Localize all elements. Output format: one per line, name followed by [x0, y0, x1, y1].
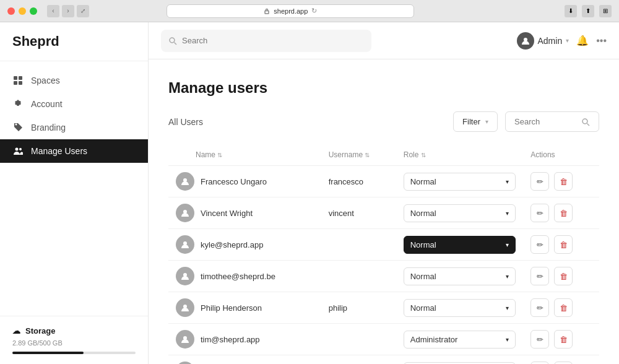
chevron-down-icon: ▾	[506, 273, 509, 280]
delete-button[interactable]: 🗑	[554, 362, 573, 364]
table-search-input[interactable]	[514, 117, 576, 126]
delete-button[interactable]: 🗑	[554, 172, 573, 191]
role-label: Normal	[410, 209, 436, 218]
minimize-button[interactable]	[19, 7, 26, 15]
user-name-cell: tim@sheprd.app	[168, 324, 321, 355]
back-button[interactable]: ‹	[47, 5, 59, 17]
sidebar-item-spaces[interactable]: Spaces	[0, 69, 148, 92]
expand-button[interactable]: ⤢	[77, 5, 89, 17]
user-role-cell: Normal ▾	[396, 166, 523, 197]
edit-button[interactable]: ✏	[530, 267, 549, 285]
role-select[interactable]: Administrator ▾	[404, 362, 516, 365]
filter-button[interactable]: Filter ▾	[453, 111, 498, 132]
notification-bell-icon[interactable]: 🔔	[576, 35, 589, 46]
storage-label: Storage	[25, 326, 55, 336]
svg-rect-3	[14, 81, 17, 85]
table-row: timothee@sheprd.be Normal ▾ ✏ 🗑	[168, 261, 599, 292]
role-select[interactable]: Administrator ▾	[404, 331, 516, 349]
user-username-cell: vincent	[321, 197, 396, 229]
svg-rect-2	[19, 76, 22, 80]
more-options-icon[interactable]: •••	[596, 35, 607, 46]
window-icon[interactable]: ⊞	[599, 5, 612, 17]
forward-button[interactable]: ›	[62, 5, 74, 17]
tag-icon	[12, 122, 24, 133]
user-username-cell	[321, 229, 396, 261]
user-role-cell: Normal ▾	[396, 229, 523, 261]
table-row: Philip Henderson philip Normal ▾ ✏ 🗑	[168, 292, 599, 324]
role-select[interactable]: Normal ▾	[404, 267, 516, 285]
storage-section: ☁ Storage 2.89 GB/500 GB	[0, 316, 148, 364]
reload-button[interactable]: ↻	[311, 7, 317, 15]
search-icon	[168, 37, 177, 45]
col-role[interactable]: Role ⇅	[396, 144, 523, 166]
col-username[interactable]: Username ⇅	[321, 144, 396, 166]
user-name: tim@sheprd.app	[201, 335, 260, 344]
user-role-cell: Administrator ▾	[396, 324, 523, 355]
search-input[interactable]	[182, 36, 364, 45]
filter-chevron-icon: ▾	[485, 118, 488, 125]
col-name[interactable]: Name ⇅	[168, 144, 321, 166]
app-header: Admin ▾ 🔔 •••	[149, 22, 619, 59]
sidebar-item-branding[interactable]: Branding	[0, 116, 148, 139]
delete-button[interactable]: 🗑	[554, 235, 573, 254]
maximize-button[interactable]	[30, 7, 37, 15]
sidebar-item-label: Manage Users	[31, 146, 87, 156]
url-bar[interactable]: sheprd.app ↻	[167, 4, 414, 18]
download-icon[interactable]: ⬇	[565, 5, 577, 17]
share-icon[interactable]: ⬆	[582, 5, 594, 17]
delete-button[interactable]: 🗑	[554, 204, 573, 222]
role-select[interactable]: Normal ▾	[404, 299, 516, 317]
table-header-row: Name ⇅ Username ⇅ Role ⇅ Actions	[168, 144, 599, 166]
chevron-down-icon: ▾	[506, 210, 509, 217]
header-search[interactable]	[161, 30, 371, 52]
chevron-down-icon: ▾	[506, 305, 509, 311]
titlebar-right: ⬇ ⬆ ⊞	[565, 5, 612, 17]
sidebar-item-label: Account	[31, 99, 63, 109]
edit-button[interactable]: ✏	[530, 362, 549, 364]
header-right: Admin ▾ 🔔 •••	[517, 32, 607, 50]
avatar	[176, 204, 194, 222]
controls-row: All Users Filter ▾	[168, 111, 599, 132]
table-row: Isabella Fonte ella Administrator ▾ ✏ 🗑	[168, 355, 599, 365]
user-role-cell: Normal ▾	[396, 261, 523, 292]
table-row: tim@sheprd.app Administrator ▾ ✏ 🗑	[168, 324, 599, 355]
sort-icon: ⇅	[365, 152, 370, 158]
edit-button[interactable]: ✏	[530, 204, 549, 222]
sidebar-item-label: Branding	[31, 123, 66, 132]
admin-menu[interactable]: Admin ▾	[517, 32, 569, 50]
edit-button[interactable]: ✏	[530, 298, 549, 317]
logo: Sheprd	[0, 22, 148, 61]
user-username-cell	[321, 261, 396, 292]
titlebar: ‹ › ⤢ sheprd.app ↻ ⬇ ⬆ ⊞	[0, 0, 619, 22]
close-button[interactable]	[7, 7, 15, 15]
sidebar-item-manage-users[interactable]: Manage Users	[0, 139, 148, 163]
role-select[interactable]: Normal ▾	[404, 236, 516, 254]
role-select[interactable]: Normal ▾	[404, 173, 516, 191]
sidebar: Sheprd Spaces Account Branding	[0, 22, 149, 364]
user-name-cell: Isabella Fonte	[168, 355, 321, 365]
user-name: Francesco Ungaro	[201, 177, 267, 186]
delete-button[interactable]: 🗑	[554, 330, 573, 349]
sidebar-item-account[interactable]: Account	[0, 92, 148, 116]
chevron-down-icon: ▾	[506, 241, 509, 248]
avatar	[176, 330, 194, 349]
delete-button[interactable]: 🗑	[554, 267, 573, 285]
user-name-cell: Francesco Ungaro	[168, 166, 321, 197]
edit-button[interactable]: ✏	[530, 330, 549, 349]
avatar	[517, 32, 534, 50]
role-select[interactable]: Normal ▾	[404, 204, 516, 222]
svg-line-8	[175, 42, 177, 45]
delete-button[interactable]: 🗑	[554, 298, 573, 317]
url-text: sheprd.app	[274, 7, 308, 15]
table-search[interactable]	[505, 111, 599, 132]
table-row: kyle@sheprd.app Normal ▾ ✏ 🗑	[168, 229, 599, 261]
svg-point-10	[582, 119, 587, 124]
user-name: Vincent Wright	[201, 209, 253, 218]
chevron-down-icon: ▾	[506, 178, 509, 185]
avatar	[176, 298, 194, 317]
users-icon	[12, 145, 24, 157]
edit-button[interactable]: ✏	[530, 172, 549, 191]
gear-icon	[12, 98, 24, 110]
edit-button[interactable]: ✏	[530, 235, 549, 254]
avatar	[176, 235, 194, 254]
